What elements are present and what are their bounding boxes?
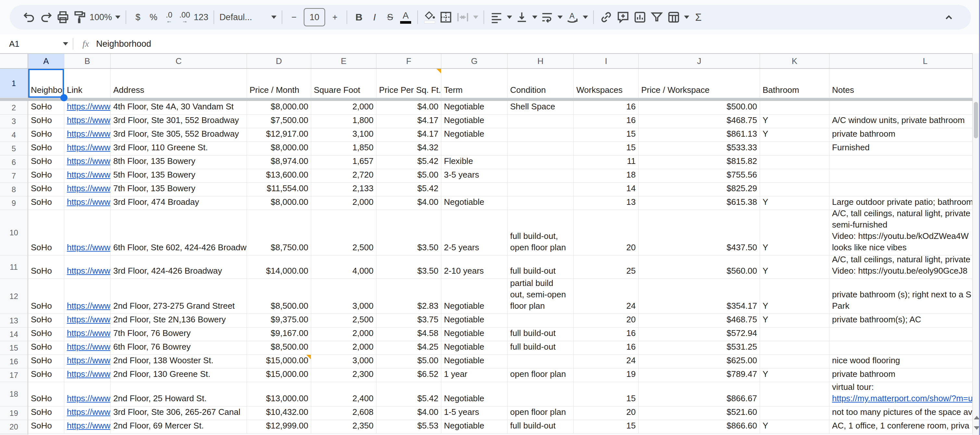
cell-A8[interactable]: SoHo [28,183,64,196]
cell-B4[interactable]: https://www [64,128,111,142]
hyperlink[interactable]: https://www [67,196,110,208]
row-header-17[interactable]: 17 [0,368,28,382]
cell-F18[interactable]: $5.42 [376,382,441,406]
hyperlink[interactable]: https://www [67,420,110,432]
column-header-J[interactable]: J [639,54,760,68]
hyperlink[interactable]: https://www [67,355,110,366]
cell-C13[interactable]: 2nd Floor, Ste 2N,136 Bowery [111,314,247,328]
cell-C3[interactable]: 3rd Floor, Ste 301, 552 Broadway [111,115,247,128]
cell-A1[interactable]: Neighborhood [28,69,64,98]
cell-I5[interactable]: 15 [574,142,639,156]
cell-F15[interactable]: $4.25 [376,341,441,355]
cell-D19[interactable]: $10,432.00 [247,406,311,420]
row-header-5[interactable]: 5 [0,142,28,156]
cell-G16[interactable]: Negotiable [441,355,508,368]
cell-D20[interactable]: $12,999.00 [247,420,311,434]
cell-J8[interactable]: $825.29 [639,183,760,196]
cell-L1[interactable]: Notes [829,69,972,98]
cell-F11[interactable]: $3.50 [376,255,441,279]
hyperlink[interactable]: https://www [67,406,110,418]
cell-I9[interactable]: 13 [574,196,639,210]
cell-B6[interactable]: https://www [64,156,111,169]
cell-H15[interactable]: full build-out [508,341,574,355]
insert-link-button[interactable] [598,8,615,26]
cell-C8[interactable]: 7th Floor, 135 Bowery [111,183,247,196]
cell-E6[interactable]: 1,657 [311,156,376,169]
cell-D8[interactable]: $11,554.00 [247,183,311,196]
cell-H3[interactable] [508,115,574,128]
cell-F1[interactable]: Price Per Sq. Ft. [376,69,441,98]
format-percent-button[interactable]: % [146,8,161,26]
cell-G8[interactable] [441,183,508,196]
cell-I18[interactable]: 15 [574,382,639,406]
column-header-C[interactable]: C [111,54,247,68]
cell-E8[interactable]: 2,133 [311,183,376,196]
cell-H9[interactable] [508,196,574,210]
cell-A12[interactable]: SoHo [28,279,64,314]
column-header-L[interactable]: L [829,54,972,68]
row-header-9[interactable]: 9 [0,196,28,210]
hyperlink[interactable]: https://www [67,142,110,153]
cell-D13[interactable]: $9,375.00 [247,314,311,328]
column-header-K[interactable]: K [760,54,829,68]
cell-L12[interactable]: private bathroom (s); right next to a SP… [829,279,972,314]
cell-L8[interactable] [829,183,972,196]
cell-B3[interactable]: https://www [64,115,111,128]
cell-F17[interactable]: $6.52 [376,368,441,382]
undo-button[interactable] [21,8,38,26]
cell-C10[interactable]: 6th Floor, Ste 602, 424-426 Broadway [111,210,247,255]
cell-A17[interactable]: SoHo [28,368,64,382]
cell-C1[interactable]: Address [111,69,247,98]
cell-F13[interactable]: $3.75 [376,314,441,328]
cell-G3[interactable]: Negotiable [441,115,508,128]
fill-color-button[interactable] [422,8,438,26]
cell-J1[interactable]: Price / Workspace [639,69,760,98]
vertical-scrollbar[interactable] [972,53,979,435]
cell-I11[interactable]: 25 [574,255,639,279]
cell-J6[interactable]: $815.82 [639,156,760,169]
cell-A11[interactable]: SoHo [28,255,64,279]
cell-E4[interactable]: 3,100 [311,128,376,142]
cell-C15[interactable]: 6th Floor, 76 Bowrey [111,341,247,355]
cell-C6[interactable]: 8th Floor, 135 Bowery [111,156,247,169]
cell-J17[interactable]: $789.47 [639,368,760,382]
cell-E14[interactable]: 2,000 [311,328,376,341]
cell-B2[interactable]: https://www [64,101,111,115]
cell-D18[interactable]: $13,000.00 [247,382,311,406]
cell-H10[interactable]: full build-out,open floor plan [508,210,574,255]
cell-E10[interactable]: 2,500 [311,210,376,255]
cell-F2[interactable]: $4.00 [376,101,441,115]
cell-J7[interactable]: $755.56 [639,169,760,183]
cell-G12[interactable]: Negotiable [441,279,508,314]
cell-E1[interactable]: Square Foot [311,69,376,98]
cell-K9[interactable]: Y [760,196,829,210]
column-header-D[interactable]: D [247,54,311,68]
cell-G10[interactable]: 2-5 years [441,210,508,255]
cell-I12[interactable]: 24 [574,279,639,314]
hyperlink[interactable]: https://www [67,314,110,325]
cell-L3[interactable]: A/C window units, private bathroom [829,115,972,128]
cell-A6[interactable]: SoHo [28,156,64,169]
row-header-2[interactable]: 2 [0,101,28,115]
cell-K15[interactable] [760,341,829,355]
cell-G1[interactable]: Term [441,69,508,98]
cell-I14[interactable]: 16 [574,328,639,341]
cell-D1[interactable]: Price / Month [247,69,311,98]
cell-A20[interactable]: SoHo [28,420,64,434]
hyperlink[interactable]: https://www [67,156,110,167]
cell-C12[interactable]: 2nd Floor, 273-275 Grand Street [111,279,247,314]
cell-L18[interactable]: virtual tour:https://my.matterport.com/s… [829,382,972,406]
vertical-align-button[interactable] [513,8,539,26]
cell-G6[interactable]: Flexible [441,156,508,169]
cell-L17[interactable]: private bathroom [829,368,972,382]
cell-K3[interactable]: Y [760,115,829,128]
cell-B8[interactable]: https://www [64,183,111,196]
cell-D5[interactable]: $8,000.00 [247,142,311,156]
cell-L10[interactable]: A/C, tall ceilings, natural light, priva… [829,210,972,255]
cell-F12[interactable]: $2.83 [376,279,441,314]
cell-L13[interactable]: private bathroom(s); AC [829,314,972,328]
cell-L15[interactable] [829,341,972,355]
cell-I17[interactable]: 19 [574,368,639,382]
row-header-11[interactable]: 11 [0,255,28,279]
row-header-12[interactable]: 12 [0,279,28,314]
